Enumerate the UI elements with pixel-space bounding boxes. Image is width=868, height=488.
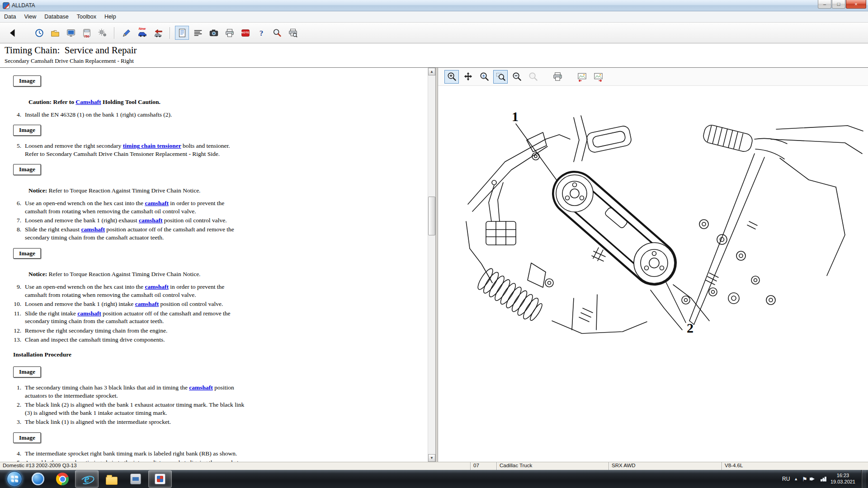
section-heading: Installation Procedure [13, 351, 428, 359]
print-icon[interactable] [222, 26, 236, 40]
monitor-icon[interactable] [64, 26, 78, 40]
question-glyph [256, 28, 266, 38]
action-center-icon[interactable]: ⚑ [802, 476, 807, 482]
step-text: Caution: Refer to Camshaft Holding Tool … [28, 99, 160, 105]
inline-link[interactable]: camshaft [139, 217, 163, 224]
show-desktop-button[interactable] [861, 470, 866, 488]
chrome-icon-glyph [56, 473, 69, 485]
estimator-icon[interactable]: 750 [80, 26, 94, 40]
text-run: Slide the right intake [25, 310, 77, 317]
time-labor-icon[interactable] [32, 26, 46, 40]
image-button[interactable]: Image [13, 125, 41, 136]
new-car-icon[interactable]: New [135, 26, 149, 40]
pan-tool[interactable] [461, 70, 475, 84]
step-number: 2. [13, 401, 25, 417]
back-button[interactable] [5, 26, 19, 40]
menu-item-help[interactable]: Help [100, 12, 120, 21]
inline-link[interactable]: Camshaft [75, 99, 101, 105]
menu-item-view[interactable]: View [20, 12, 40, 21]
step-text: Loosen and remove the right secondary ti… [25, 142, 245, 158]
volume-icon[interactable] [811, 477, 816, 481]
zoom-extents-tool[interactable] [526, 70, 540, 84]
menu-item-toolbox[interactable]: Toolbox [73, 12, 100, 21]
image-button[interactable]: Image [13, 366, 41, 378]
start-button[interactable] [4, 470, 25, 488]
minimize-button[interactable]: – [818, 0, 831, 9]
car-history-icon[interactable] [151, 26, 165, 40]
network-icon[interactable] [821, 477, 826, 482]
vertical-scrollbar[interactable]: ▲ ▼ [428, 68, 435, 462]
clock[interactable]: 16:23 19.03.2021 [830, 473, 855, 485]
scroll-up-button[interactable]: ▲ [428, 68, 435, 75]
page-header: Timing Chain: Service and Repair Seconda… [0, 43, 868, 68]
menu-item-data[interactable]: Data [0, 12, 20, 21]
caution-text: Caution: Refer to Camshaft Holding Tool … [28, 98, 245, 106]
article-view-icon[interactable] [175, 26, 189, 40]
alldata-app-icon-glyph [155, 474, 165, 484]
next-image-tool[interactable] [591, 70, 605, 84]
title-bar[interactable]: ALLDATA – □ × [0, 0, 868, 11]
step-text: The black link (1) is aligned with the i… [25, 418, 171, 426]
zoom-window-tool[interactable] [493, 70, 508, 84]
printpreview-glyph [288, 28, 298, 38]
inline-link[interactable]: camshaft [145, 200, 169, 206]
chrome-icon[interactable] [51, 470, 74, 488]
zoom-out-tool[interactable] [509, 70, 524, 84]
procedure-step: 8.Slide the right exhaust camshaft posit… [13, 225, 245, 242]
gears-icon[interactable] [95, 26, 109, 40]
scrollbar-thumb[interactable] [428, 197, 435, 235]
pen-glyph [122, 28, 132, 38]
inline-link[interactable]: camshaft [81, 226, 105, 233]
text-run: Loosen and remove the bank 1 (right) int… [25, 300, 135, 307]
file-explorer-icon[interactable] [99, 470, 123, 488]
text-run: The black link (2) is aligned with the b… [25, 401, 244, 416]
internet-explorer-icon[interactable]: e [75, 470, 99, 488]
scroll-down-button[interactable]: ▼ [428, 454, 435, 462]
previous-image-tool[interactable] [575, 70, 589, 84]
text-view-icon[interactable] [191, 26, 205, 40]
image-view-icon[interactable] [207, 26, 221, 40]
step-number: 7. [13, 216, 25, 225]
toolbar-separator [170, 27, 170, 39]
utility-app-icon[interactable] [124, 470, 147, 488]
search-icon[interactable] [270, 26, 284, 40]
scrollbar-track[interactable] [428, 75, 435, 454]
close-button[interactable]: × [846, 0, 866, 9]
text-run: Loosen and remove the bank 1 (right) exh… [25, 217, 139, 224]
image-button-row: Image [13, 427, 428, 449]
inline-link[interactable]: timing chain tensioner [123, 142, 181, 149]
zoom-dynamic-tool[interactable] [477, 70, 491, 84]
inline-link[interactable]: camshaft [189, 384, 213, 391]
zoom-in-tool[interactable] [444, 70, 459, 84]
image-viewer-canvas[interactable]: 1 2 [438, 86, 868, 462]
step-number: 13. [13, 336, 25, 344]
image-button[interactable]: Image [13, 432, 41, 444]
inline-link[interactable]: camshaft [77, 310, 101, 317]
print-preview-icon[interactable] [286, 26, 300, 40]
newcar-glyph [137, 28, 147, 38]
inline-link[interactable]: camshaft [145, 283, 169, 290]
maximize-button[interactable]: □ [832, 0, 845, 9]
step-number: 4. [13, 450, 25, 458]
text-run: position oil control valve. [159, 300, 223, 307]
print-image-tool[interactable] [550, 70, 565, 84]
note-icon[interactable]: NOTE [238, 26, 252, 40]
zoomout-glyph [512, 71, 522, 82]
help-icon[interactable] [254, 26, 268, 40]
step-text: Slide the right exhaust camshaft positio… [25, 225, 245, 242]
image-button[interactable]: Image [13, 248, 41, 259]
zoomgray-glyph [528, 71, 538, 82]
hidden-icons-arrow[interactable]: ▲ [794, 477, 798, 481]
image-button[interactable]: Image [13, 75, 41, 87]
step-text: Remove the right secondary timing chain … [25, 327, 167, 335]
language-indicator[interactable]: RU [782, 476, 790, 482]
step-text: Assemble the secondary timing chain to t… [25, 459, 245, 462]
menu-item-database[interactable]: Database [40, 12, 73, 21]
alldata-app-icon[interactable] [148, 470, 172, 488]
briefcase-icon[interactable] [48, 26, 62, 40]
image-button[interactable]: Image [13, 164, 41, 175]
step-number: 6. [13, 199, 25, 216]
media-player-icon[interactable] [26, 470, 50, 488]
inline-link[interactable]: camshaft [135, 300, 159, 307]
pen-icon[interactable] [119, 26, 133, 40]
